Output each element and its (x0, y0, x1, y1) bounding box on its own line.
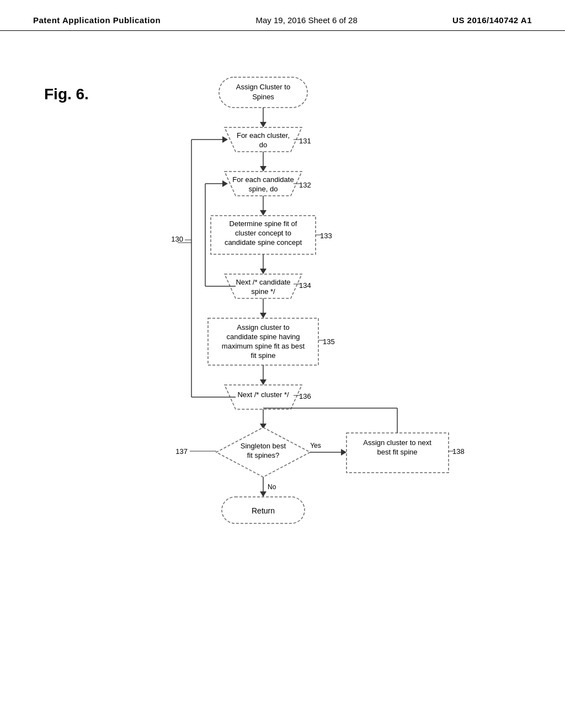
svg-marker-11 (260, 166, 266, 172)
header-right: US 2016/140742 A1 (452, 15, 532, 25)
svg-text:Assign cluster to next: Assign cluster to next (363, 438, 431, 447)
svg-text:do: do (259, 141, 267, 149)
svg-text:best fit spine: best fit spine (377, 448, 418, 456)
svg-text:Next /* cluster */: Next /* cluster */ (237, 390, 289, 399)
svg-text:Assign Cluster to: Assign Cluster to (236, 83, 290, 91)
svg-marker-73 (260, 491, 266, 497)
svg-text:candidate spine concept: candidate spine concept (225, 238, 302, 247)
svg-marker-63 (341, 449, 347, 456)
figure-label: Fig. 6. (44, 85, 89, 103)
svg-marker-4 (260, 122, 266, 127)
page-header: Patent Application Publication May 19, 2… (0, 0, 565, 31)
header-left: Patent Application Publication (33, 15, 161, 25)
svg-text:Yes: Yes (310, 442, 321, 449)
svg-text:Assign cluster to: Assign cluster to (237, 323, 289, 331)
svg-text:Determine spine fit of: Determine spine fit of (230, 220, 297, 228)
svg-text:cluster concept to: cluster concept to (235, 229, 291, 237)
svg-text:For each cluster,: For each cluster, (237, 131, 290, 140)
svg-text:spine */: spine */ (251, 287, 275, 296)
svg-text:Spines: Spines (252, 93, 274, 101)
svg-marker-46 (260, 379, 266, 385)
svg-text:134: 134 (299, 281, 311, 290)
svg-text:maximum spine fit as best: maximum spine fit as best (222, 342, 305, 350)
svg-marker-35 (222, 180, 228, 187)
svg-marker-26 (260, 269, 266, 274)
svg-text:fit spine: fit spine (251, 351, 276, 360)
svg-text:For each candidate: For each candidate (232, 175, 294, 184)
svg-text:138: 138 (452, 447, 465, 456)
page: Patent Application Publication May 19, 2… (0, 0, 565, 728)
svg-text:137: 137 (175, 447, 188, 456)
svg-marker-37 (260, 313, 266, 318)
svg-text:130: 130 (171, 235, 183, 243)
header-center: May 19, 2016 Sheet 6 of 28 (255, 15, 357, 25)
svg-text:Return: Return (252, 506, 275, 515)
svg-text:candidate spine having: candidate spine having (227, 333, 300, 341)
svg-marker-18 (260, 210, 266, 216)
svg-text:131: 131 (299, 137, 311, 145)
svg-text:133: 133 (320, 232, 332, 240)
svg-marker-54 (222, 136, 228, 143)
svg-text:fit spines?: fit spines? (247, 451, 280, 459)
svg-text:No: No (268, 483, 276, 491)
svg-text:132: 132 (299, 181, 311, 189)
flowchart-diagram: Assign Cluster to Spines For each cluste… (95, 72, 470, 678)
svg-text:135: 135 (323, 338, 335, 346)
svg-text:Singleton best: Singleton best (241, 442, 286, 450)
svg-text:136: 136 (299, 392, 311, 400)
svg-text:spine, do: spine, do (249, 185, 278, 193)
svg-text:Next /* candidate: Next /* candidate (236, 278, 290, 286)
